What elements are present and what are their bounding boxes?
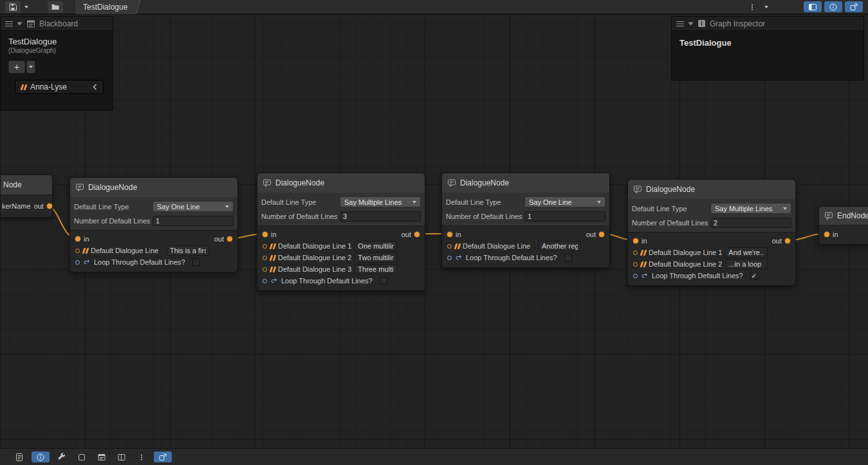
dialogue-line-input[interactable]: [725, 247, 768, 258]
dialogue-node-1[interactable]: DialogueNode Default Line Type Say One L…: [69, 177, 238, 272]
num-lines-input[interactable]: [340, 211, 421, 222]
dialogue-line-input[interactable]: [355, 264, 397, 274]
output-port[interactable]: [785, 238, 790, 243]
more-options-button[interactable]: [134, 451, 149, 463]
dialogue-node-icon: [447, 178, 456, 187]
num-lines-row: Number of Default Lines: [632, 217, 791, 228]
loop-port[interactable]: [633, 274, 638, 278]
loop-port[interactable]: [75, 260, 80, 265]
split-view-button[interactable]: [114, 451, 129, 463]
line-port[interactable]: [75, 249, 80, 253]
out-port-label: out: [34, 202, 44, 210]
prop-label: Default Line Type: [74, 203, 152, 211]
output-port[interactable]: [414, 232, 420, 237]
dialogue-line-row: Default Dialogue Line 2: [628, 258, 795, 270]
dialogue-node-2[interactable]: DialogueNode Default Line Type Say Multi…: [257, 173, 425, 291]
wrench-icon: [57, 453, 66, 462]
dialogue-line-row: Default Dialogue Line: [442, 240, 609, 252]
input-port[interactable]: [824, 232, 829, 237]
loop-port[interactable]: [263, 279, 267, 283]
line-type-dropdown[interactable]: Say Multiple Lines: [710, 203, 791, 214]
line-type-dropdown[interactable]: Say Multiple Lines: [340, 196, 421, 207]
blackboard-header[interactable]: Blackboard: [1, 17, 113, 31]
end-node[interactable]: EndNode in: [818, 206, 868, 245]
line-port[interactable]: [263, 267, 267, 272]
open-folder-button[interactable]: [48, 1, 63, 13]
input-port[interactable]: [263, 232, 268, 237]
console-panel-button[interactable]: [12, 451, 27, 463]
blackboard-field-anna-lyse[interactable]: Anna-Lyse: [15, 80, 104, 94]
node-properties: Default Line Type Say Multiple Lines Num…: [628, 199, 795, 232]
add-variable-button[interactable]: +: [8, 61, 25, 73]
blackboard-title: Blackboard: [39, 19, 78, 28]
node-title-bar[interactable]: DialogueNode: [628, 180, 795, 199]
speaker-node-partial[interactable]: Node kerName out: [0, 175, 53, 218]
dialogue-line-row: Default Dialogue Line 1: [628, 247, 795, 258]
output-port[interactable]: [47, 204, 52, 209]
add-variable-dropdown-button[interactable]: [26, 61, 35, 73]
open-panel-icon: [849, 3, 858, 12]
loop-port[interactable]: [447, 256, 452, 260]
input-port-row: in: [442, 229, 609, 240]
prop-label: Default Line Type: [261, 198, 340, 206]
output-port[interactable]: [599, 232, 604, 237]
frame-all-button[interactable]: [74, 451, 89, 463]
blackboard-panel: Blackboard TestDialogue (DialogueGraph) …: [0, 16, 113, 111]
loop-checkbox[interactable]: [750, 272, 758, 280]
dialogue-node-4[interactable]: DialogueNode Default Line Type Say Multi…: [627, 179, 796, 286]
num-lines-input[interactable]: [524, 211, 605, 222]
input-port[interactable]: [633, 238, 638, 243]
line-port[interactable]: [633, 251, 638, 255]
save-button[interactable]: [5, 1, 21, 13]
node-title-bar[interactable]: DialogueNode: [70, 178, 237, 197]
info-panel-button[interactable]: [32, 451, 50, 462]
collapse-caret-icon[interactable]: [17, 22, 23, 26]
save-dropdown-button[interactable]: [23, 1, 30, 13]
more-options-button[interactable]: [744, 1, 760, 13]
chevron-left-icon[interactable]: [93, 84, 97, 90]
loop-label: Loop Through Default Lines?: [281, 277, 373, 285]
dialogue-line-input[interactable]: [539, 241, 581, 251]
loop-checkbox[interactable]: [192, 258, 200, 266]
line-type-dropdown[interactable]: Say One Line: [524, 196, 605, 207]
line-port[interactable]: [263, 256, 267, 260]
num-lines-input[interactable]: [710, 218, 791, 228]
dialogue-line-input[interactable]: [725, 259, 768, 269]
output-port[interactable]: [227, 236, 232, 242]
more-dropdown-button[interactable]: [762, 1, 770, 13]
input-port[interactable]: [447, 232, 452, 237]
node-title-bar[interactable]: Node: [1, 175, 52, 195]
blackboard-panel-button[interactable]: [94, 451, 109, 463]
node-title-bar[interactable]: EndNode: [819, 207, 868, 225]
quote-icon: [21, 84, 26, 90]
inspector-header[interactable]: Graph Inspector: [672, 17, 863, 31]
port-label: kerName: [2, 202, 31, 210]
dropdown-value: Say One Line: [529, 198, 572, 206]
toggle-blackboard-button[interactable]: [804, 1, 822, 12]
line-port[interactable]: [633, 262, 638, 267]
loop-checkbox[interactable]: [380, 277, 387, 285]
open-panel-button[interactable]: [154, 451, 172, 462]
out-port-label: out: [586, 231, 596, 238]
dialogue-line-input[interactable]: [167, 245, 209, 256]
line-port[interactable]: [263, 244, 267, 249]
toggle-preview-panel-button[interactable]: [845, 1, 863, 12]
dialogue-node-3[interactable]: DialogueNode Default Line Type Say One L…: [441, 173, 610, 268]
loop-icon: [455, 254, 463, 261]
dialogue-line-input[interactable]: [355, 241, 397, 251]
dialogue-line-row: Default Dialogue Line 2: [257, 252, 425, 263]
collapse-caret-icon[interactable]: [688, 22, 694, 26]
line-type-dropdown[interactable]: Say One Line: [152, 201, 234, 212]
node-title-bar[interactable]: DialogueNode: [257, 173, 425, 193]
breadcrumb-tab-testdialogue[interactable]: TestDialogue: [75, 0, 134, 14]
tools-button[interactable]: [54, 451, 69, 463]
quote-icon: [270, 255, 275, 261]
line-port[interactable]: [447, 244, 452, 249]
node-title-bar[interactable]: DialogueNode: [442, 173, 609, 193]
loop-checkbox[interactable]: [564, 254, 572, 261]
num-lines-input[interactable]: [152, 216, 234, 226]
toggle-inspector-button[interactable]: [824, 1, 842, 12]
input-port[interactable]: [75, 236, 80, 242]
dialogue-line-input[interactable]: [355, 252, 397, 263]
caret-down-icon: [24, 6, 28, 8]
